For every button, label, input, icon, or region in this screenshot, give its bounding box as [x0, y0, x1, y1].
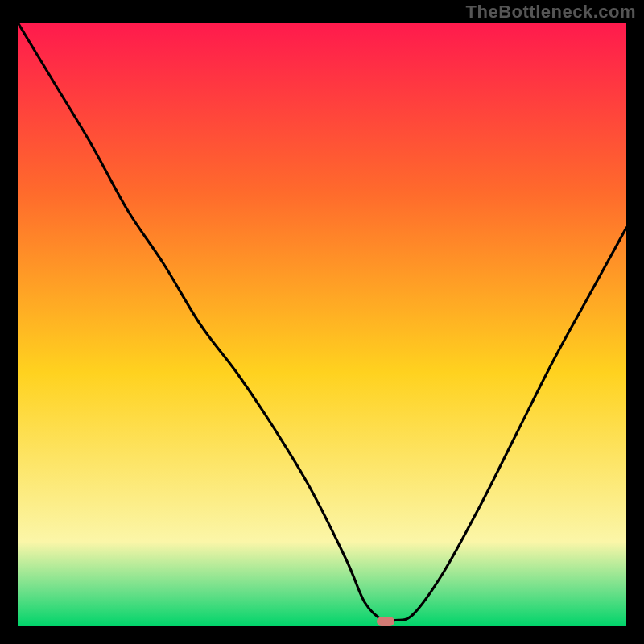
optimal-marker	[377, 617, 394, 626]
watermark-text: TheBottleneck.com	[466, 2, 636, 23]
bottleneck-curve	[18, 23, 626, 626]
chart-frame: TheBottleneck.com	[0, 0, 644, 644]
plot-area	[18, 23, 626, 626]
